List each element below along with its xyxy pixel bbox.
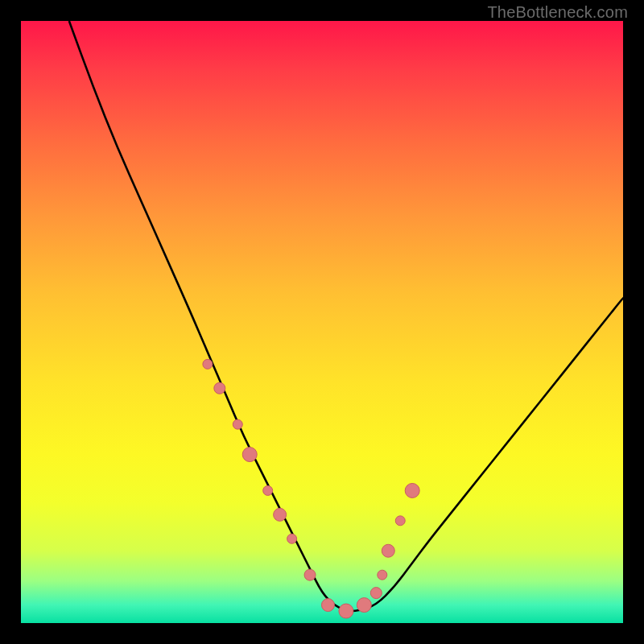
chart-svg: [21, 21, 623, 623]
marker-dot: [214, 382, 225, 394]
marker-dot: [203, 359, 213, 369]
watermark-text: TheBottleneck.com: [487, 3, 628, 22]
plot-area: [21, 21, 623, 623]
curve-line: [69, 21, 623, 611]
marker-dot: [339, 604, 353, 618]
marker-dot: [382, 544, 394, 557]
marker-dot: [357, 598, 371, 613]
marker-dot: [321, 599, 334, 612]
marker-cluster: [203, 359, 419, 618]
outer-frame: TheBottleneck.com: [0, 0, 644, 644]
marker-dot: [263, 485, 273, 495]
marker-dot: [370, 588, 382, 599]
marker-dot: [395, 516, 405, 526]
marker-dot: [405, 483, 419, 497]
bottleneck-curve: [69, 21, 623, 611]
marker-dot: [287, 534, 297, 543]
marker-dot: [233, 419, 242, 429]
marker-dot: [378, 570, 387, 580]
marker-dot: [242, 448, 257, 462]
marker-dot: [304, 569, 316, 580]
marker-dot: [274, 508, 287, 521]
